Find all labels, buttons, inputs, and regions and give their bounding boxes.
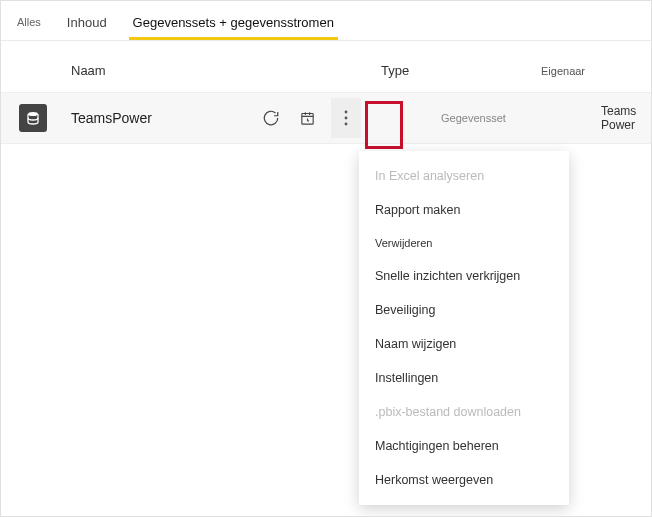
row-type: Gegevensset — [441, 112, 601, 124]
tab-all[interactable]: Alles — [13, 10, 45, 40]
svg-point-4 — [345, 123, 348, 126]
menu-delete[interactable]: Verwijderen — [359, 227, 569, 259]
more-options-button[interactable] — [331, 98, 361, 138]
menu-view-lineage[interactable]: Herkomst weergeven — [359, 463, 569, 497]
menu-settings[interactable]: Instellingen — [359, 361, 569, 395]
menu-rename[interactable]: Naam wijzigen — [359, 327, 569, 361]
header-owner: Eigenaar — [541, 65, 651, 77]
tab-content[interactable]: Inhoud — [63, 9, 111, 40]
row-owner: Teams Power — [601, 104, 651, 132]
header-name: Naam — [61, 63, 381, 78]
menu-download-pbix: .pbix-bestand downloaden — [359, 395, 569, 429]
dataset-icon — [19, 104, 47, 132]
menu-manage-permissions[interactable]: Machtigingen beheren — [359, 429, 569, 463]
schedule-icon[interactable] — [295, 106, 319, 130]
row-actions — [259, 93, 361, 143]
menu-quick-insights[interactable]: Snelle inzichten verkrijgen — [359, 259, 569, 293]
tab-bar: Alles Inhoud Gegevenssets + gegevensstro… — [1, 1, 651, 41]
menu-create-report[interactable]: Rapport maken — [359, 193, 569, 227]
menu-security[interactable]: Beveiliging — [359, 293, 569, 327]
svg-point-2 — [345, 111, 348, 114]
tab-datasets[interactable]: Gegevenssets + gegevensstromen — [129, 9, 338, 40]
context-menu: In Excel analyseren Rapport maken Verwij… — [359, 151, 569, 505]
refresh-icon[interactable] — [259, 106, 283, 130]
svg-point-0 — [28, 112, 38, 116]
header-type: Type — [381, 63, 541, 78]
table-row[interactable]: TeamsPower Gegevensset Teams Power — [1, 92, 651, 144]
svg-point-3 — [345, 117, 348, 120]
column-headers: Naam Type Eigenaar — [1, 41, 651, 92]
menu-analyze-excel: In Excel analyseren — [359, 159, 569, 193]
